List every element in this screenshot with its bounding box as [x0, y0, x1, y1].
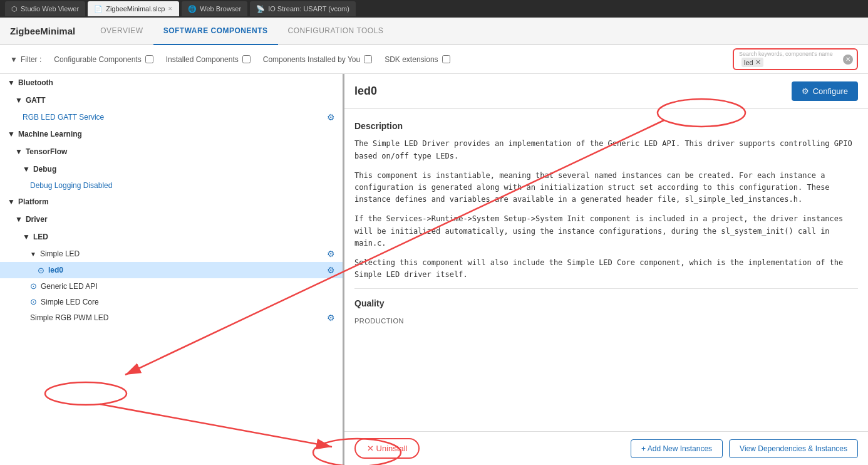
quality-title: Quality: [354, 296, 858, 310]
chevron-simple-led: ▼: [30, 251, 36, 258]
filter-sdk-checkbox[interactable]: [442, 55, 450, 63]
desc-para-4: Selecting this component will also inclu…: [354, 257, 858, 281]
chevron-gatt: ▼: [15, 96, 23, 105]
search-placeholder: Search keywords, component's name: [739, 51, 833, 57]
chevron-platform: ▼: [8, 197, 15, 206]
item-debug-logging[interactable]: Debug Logging Disabled: [0, 178, 343, 193]
tab-browser[interactable]: 🌐 Web Browser: [182, 1, 247, 16]
footer-right-buttons: + Add New Instances View Dependencies & …: [631, 439, 858, 458]
file-icon: 📄: [94, 5, 103, 13]
item-led0[interactable]: ⊙ led0 ⚙: [0, 262, 343, 278]
filter-installed-by-you: Components Installed by You: [263, 55, 372, 64]
gear-configure-icon: ⚙: [802, 86, 809, 96]
section-tensorflow[interactable]: ▼ TensorFlow: [0, 143, 343, 160]
tab-overview[interactable]: OVERVIEW: [90, 18, 153, 45]
item-simple-led[interactable]: ▼ Simple LED ⚙: [0, 246, 343, 262]
title-bar: ⬡ Studio Web Viewer 📄 ZigbeeMinimal.slcp…: [0, 0, 868, 18]
filter-installed-by-you-checkbox[interactable]: [364, 55, 372, 63]
component-tree: ▼ Bluetooth ▼ GATT RGB LED GATT Service …: [0, 74, 344, 465]
tab-iostream[interactable]: 📡 IO Stream: USART (vcom): [250, 1, 356, 16]
gear-icon-simple-led[interactable]: ⚙: [327, 249, 335, 259]
chevron-tensorflow: ▼: [15, 147, 23, 156]
search-clear-button[interactable]: ✕: [843, 55, 853, 65]
section-bluetooth[interactable]: ▼ Bluetooth: [0, 74, 343, 91]
section-gatt[interactable]: ▼ GATT: [0, 91, 343, 109]
section-led[interactable]: ▼ LED: [0, 228, 343, 246]
detail-header: led0 ⚙ Configure: [344, 74, 868, 109]
filter-label: ▼ Filter :: [10, 55, 41, 64]
detail-panel: led0 ⚙ Configure Description The Simple …: [344, 74, 868, 465]
add-instances-button[interactable]: + Add New Instances: [631, 439, 723, 458]
desc-para-1: The Simple LED Driver provides an implem…: [354, 138, 858, 162]
divider: [354, 288, 858, 289]
chevron-debug: ▼: [23, 165, 30, 174]
uninstall-button[interactable]: ✕ Uninstall: [354, 438, 420, 459]
desc-para-3: If the Services->Runtime->System Setup->…: [354, 213, 858, 249]
main-content: ▼ Bluetooth ▼ GATT RGB LED GATT Service …: [0, 74, 868, 465]
gear-icon-rgb-pwm[interactable]: ⚙: [327, 313, 335, 323]
check-circle-simple-led-core: ⊙: [30, 297, 37, 306]
item-rgb-led-gatt[interactable]: RGB LED GATT Service ⚙: [0, 109, 343, 125]
gear-icon-rgb-led[interactable]: ⚙: [327, 112, 335, 122]
iostream-icon: 📡: [256, 5, 265, 13]
studio-icon: ⬡: [11, 5, 18, 13]
search-tag: led ✕: [741, 58, 763, 67]
item-simple-led-core[interactable]: ⊙ Simple LED Core: [0, 294, 343, 310]
browser-icon: 🌐: [188, 5, 197, 13]
section-machine-learning[interactable]: ▼ Machine Learning: [0, 125, 343, 143]
section-driver[interactable]: ▼ Driver: [0, 211, 343, 228]
gear-icon-led0[interactable]: ⚙: [327, 265, 335, 275]
item-simple-rgb-pwm[interactable]: Simple RGB PWM LED ⚙: [0, 310, 343, 326]
tag-remove-icon[interactable]: ✕: [755, 58, 761, 66]
chevron-led: ▼: [23, 232, 30, 241]
filter-configurable: Configurable Components: [54, 55, 153, 64]
tab-close-zigbee[interactable]: ✕: [168, 6, 173, 12]
chevron-bluetooth: ▼: [8, 78, 15, 87]
tab-zigbee[interactable]: 📄 ZigbeeMinimal.slcp ✕: [88, 1, 179, 16]
search-wrapper: Search keywords, component's name led ✕ …: [733, 48, 858, 70]
app-nav: ZigbeeMinimal OVERVIEW SOFTWARE COMPONEN…: [0, 18, 868, 45]
description-title: Description: [354, 119, 858, 133]
section-debug[interactable]: ▼ Debug: [0, 160, 343, 178]
desc-para-2: This component is instantiable, meaning …: [354, 170, 858, 206]
filter-installed: Installed Components: [166, 55, 251, 64]
check-circle-led0: ⊙: [38, 266, 44, 275]
view-dependencies-button[interactable]: View Dependencies & Instances: [729, 439, 858, 458]
section-platform[interactable]: ▼ Platform: [0, 193, 343, 211]
tab-config-tools[interactable]: CONFIGURATION TOOLS: [278, 18, 394, 45]
search-tag-area: led ✕: [739, 58, 763, 67]
detail-footer: ✕ Uninstall + Add New Instances View Dep…: [344, 431, 868, 465]
tab-software-components[interactable]: SOFTWARE COMPONENTS: [153, 18, 278, 45]
chevron-ml: ▼: [8, 130, 15, 138]
filter-configurable-checkbox[interactable]: [145, 55, 153, 63]
quality-value: PRODUCTION: [354, 316, 858, 327]
project-title: ZigbeeMinimal: [10, 26, 75, 36]
chevron-driver: ▼: [15, 215, 23, 224]
filter-bar: ▼ Filter : Configurable Components Insta…: [0, 45, 868, 74]
check-circle-generic-led: ⊙: [30, 281, 37, 291]
filter-sdk: SDK extensions: [385, 55, 450, 64]
search-container: Search keywords, component's name led ✕ …: [733, 48, 858, 70]
detail-title: led0: [354, 85, 377, 98]
item-generic-led-api[interactable]: ⊙ Generic LED API: [0, 278, 343, 294]
configure-button[interactable]: ⚙ Configure: [792, 81, 858, 101]
tab-studio[interactable]: ⬡ Studio Web Viewer: [5, 1, 85, 16]
detail-body: Description The Simple LED Driver provid…: [344, 109, 868, 431]
filter-installed-checkbox[interactable]: [242, 55, 251, 63]
filter-icon: ▼: [10, 55, 18, 64]
